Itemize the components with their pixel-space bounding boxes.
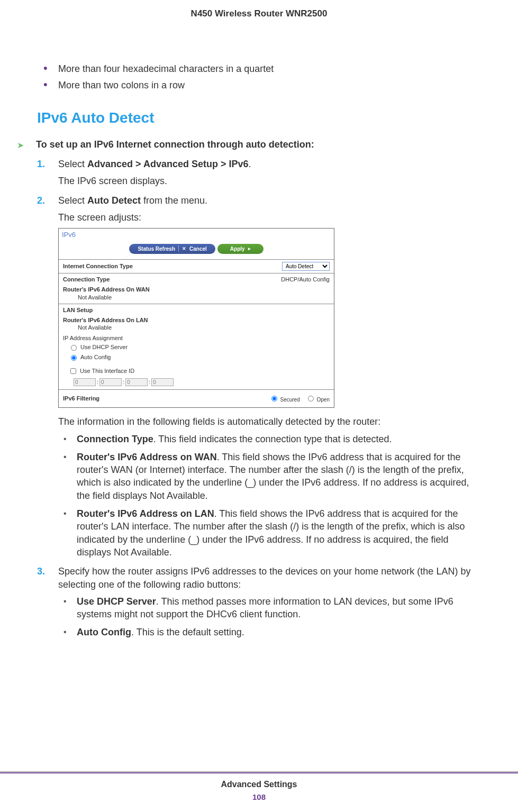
open-label: Open [317, 397, 330, 403]
step-3: Specify how the router assigns IPv6 addr… [37, 565, 481, 638]
iface-field-3[interactable] [125, 378, 148, 386]
lan-setup-label: LAN Setup [63, 306, 93, 314]
step2-text-pre: Select [58, 195, 87, 206]
page-footer: Advanced Settings 108 [0, 771, 518, 802]
step1-text-pre: Select [58, 159, 87, 169]
auto-config-radio[interactable] [71, 355, 77, 361]
auto-config-radio-label: Auto Config [80, 353, 111, 361]
option-desc: Use DHCP Server. This method passes more… [58, 595, 481, 621]
secured-radio[interactable] [271, 396, 277, 402]
status-refresh-button[interactable]: Status Refresh ✕ Cancel [129, 244, 215, 254]
field-desc: Router's IPv6 Address on LAN. This field… [58, 507, 481, 559]
lan-addr-label: Router's IPv6 Address On LAN [63, 316, 330, 324]
ict-select[interactable]: Auto Detect [282, 262, 330, 271]
procedure-title: To set up an IPv6 Internet connection th… [36, 138, 314, 151]
step2-desc: The screen adjusts: [58, 211, 481, 224]
intro-bullet: More than two colons in a row [37, 79, 481, 92]
field-desc: Router's IPv6 Address on WAN. This field… [58, 451, 481, 502]
footer-section: Advanced Settings [0, 779, 518, 790]
dhcp-radio[interactable] [71, 345, 77, 351]
iface-field-2[interactable] [99, 378, 122, 386]
intro-bullet-list: More than four hexadecimal characters in… [37, 62, 481, 92]
section-heading: IPv6 Auto Detect [37, 108, 481, 128]
footer-page-number: 108 [0, 792, 518, 802]
step-2: Select Auto Detect from the menu. The sc… [37, 194, 481, 559]
ipv6-screenshot: IPv6 Status Refresh ✕ Cancel Apply ▸ [58, 228, 334, 408]
step3-text: Specify how the router assigns IPv6 addr… [58, 565, 481, 591]
field-desc: Connection Type. This field indicates th… [58, 433, 481, 445]
intro-bullet: More than four hexadecimal characters in… [37, 62, 481, 75]
ict-label: Internet Connection Type [63, 262, 133, 270]
ss-panel-title: IPv6 [59, 229, 334, 241]
iface-field-1[interactable] [74, 378, 96, 386]
step2-menu: Auto Detect [87, 195, 141, 206]
status-refresh-label: Status Refresh [138, 245, 175, 253]
cancel-label: Cancel [189, 245, 207, 253]
step1-text-post: . [248, 159, 251, 169]
step2-after-ss: The information in the following fields … [58, 415, 481, 428]
step1-path: Advanced > Advanced Setup > IPv6 [87, 159, 248, 169]
wan-addr-label: Router's IPv6 Address On WAN [63, 286, 330, 294]
option-desc: Auto Config. This is the default setting… [58, 626, 481, 638]
apply-button[interactable]: Apply ▸ [217, 244, 263, 254]
lan-addr-value: Not Available [63, 324, 330, 332]
conn-type-label: Connection Type [63, 276, 110, 284]
step1-desc: The IPv6 screen displays. [58, 175, 481, 187]
open-radio[interactable] [308, 396, 314, 402]
use-interface-checkbox[interactable] [70, 368, 76, 374]
filter-label: IPv6 Filtering [63, 395, 99, 403]
chevron-right-icon: ▸ [248, 245, 251, 252]
apply-label: Apply [230, 245, 245, 253]
step2-text-post: from the menu. [141, 195, 207, 206]
secured-label: Secured [280, 397, 300, 403]
ip-assign-label: IP Address Assignment [59, 334, 334, 342]
conn-type-value: DHCP/Auto Config [281, 276, 330, 284]
page-header: N450 Wireless Router WNR2500 [37, 5, 481, 20]
wan-addr-value: Not Available [63, 294, 330, 302]
dhcp-radio-label: Use DHCP Server [80, 343, 128, 351]
close-icon: ✕ [182, 245, 186, 252]
use-interface-label: Use This Interface ID [80, 367, 134, 375]
arrow-right-icon: ➤ [17, 140, 26, 151]
iface-field-4[interactable] [151, 378, 174, 386]
step-1: Select Advanced > Advanced Setup > IPv6.… [37, 158, 481, 188]
